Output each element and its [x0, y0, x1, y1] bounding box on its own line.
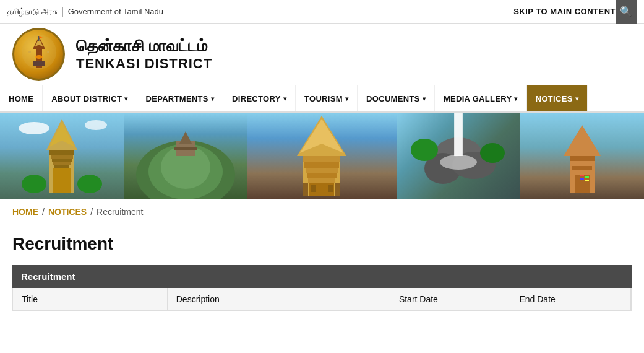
nav-documents[interactable]: DOCUMENTS ▾ — [358, 85, 435, 111]
svg-rect-33 — [307, 173, 337, 178]
col-header-start-date: Start Date — [390, 288, 511, 310]
banner-panel-4 — [397, 113, 520, 199]
nav-directory[interactable]: DIRECTORY ▾ — [223, 85, 296, 111]
nav-departments-label: DEPARTMENTS — [146, 94, 208, 103]
page-title-section: Recruitment — [0, 224, 644, 259]
search-button[interactable]: 🔍 — [616, 0, 637, 24]
svg-point-21 — [85, 120, 107, 130]
svg-rect-37 — [328, 185, 333, 192]
col-header-end-date: End Date — [510, 288, 631, 310]
breadcrumb: HOME / NOTICES / Recruitment — [0, 199, 644, 224]
nav-home[interactable]: HOME — [0, 85, 43, 111]
breadcrumb-separator-1: / — [42, 207, 45, 217]
hero-banner — [0, 113, 644, 199]
logo-svg — [20, 33, 58, 71]
svg-rect-17 — [54, 165, 69, 168]
nav-documents-label: DOCUMENTS — [366, 94, 419, 103]
svg-rect-49 — [570, 156, 595, 161]
svg-point-46 — [411, 139, 438, 161]
page-title: Recruitment — [12, 234, 113, 254]
banner-panel-3 — [247, 113, 396, 199]
svg-rect-32 — [306, 168, 338, 173]
svg-rect-16 — [53, 162, 71, 165]
top-bar: தமிழ்நாடு அரசு Government of Tamil Nadu … — [0, 0, 644, 24]
chevron-down-icon: ▾ — [211, 95, 214, 102]
svg-point-7 — [28, 51, 31, 53]
logo — [12, 28, 65, 81]
svg-rect-54 — [580, 175, 584, 176]
chevron-down-icon: ▾ — [283, 95, 286, 102]
svg-rect-56 — [580, 178, 584, 180]
svg-point-19 — [77, 175, 102, 193]
banner-panel-2 — [124, 113, 247, 199]
english-govt-label: Government of Tamil Nadu — [68, 7, 163, 16]
tamil-govt-label: தமிழ்நாடு அரசு — [7, 7, 58, 17]
svg-rect-44 — [455, 113, 462, 156]
nav-about-label: ABOUT DISTRICT — [51, 94, 122, 103]
nav-media-gallery[interactable]: MEDIA GALLERY ▾ — [435, 85, 527, 111]
svg-point-20 — [19, 122, 49, 134]
logo-emblem — [20, 33, 58, 75]
recruitment-table-section: Recruitment Title Description Start Date… — [12, 265, 632, 311]
chevron-down-icon: ▾ — [345, 95, 348, 102]
svg-rect-14 — [51, 155, 73, 159]
svg-rect-31 — [304, 162, 339, 168]
nav-tourism[interactable]: TOURISM ▾ — [296, 85, 358, 111]
nav-directory-label: DIRECTORY — [232, 94, 281, 103]
svg-rect-27 — [174, 147, 197, 150]
svg-rect-38 — [303, 183, 308, 196]
breadcrumb-current-page: Recruitment — [97, 207, 143, 217]
chevron-down-icon: ▾ — [575, 95, 578, 102]
svg-rect-55 — [585, 176, 589, 178]
svg-rect-34 — [308, 178, 335, 183]
banner-panel-5 — [520, 113, 644, 199]
main-nav: HOME ABOUT DISTRICT ▾ DEPARTMENTS ▾ DIRE… — [0, 85, 644, 113]
breadcrumb-notices-link[interactable]: NOTICES — [48, 207, 87, 217]
nav-about-district[interactable]: ABOUT DISTRICT ▾ — [43, 85, 137, 111]
skip-to-content-link[interactable]: SKIP TO MAIN CONTENT — [513, 7, 616, 16]
table-section-header: Recruitment — [12, 265, 632, 288]
nav-tourism-label: TOURISM — [304, 94, 343, 103]
svg-rect-57 — [585, 180, 589, 181]
district-name-english: TENKASI DISTRICT — [76, 56, 212, 72]
svg-rect-50 — [571, 161, 593, 166]
svg-point-45 — [440, 155, 477, 170]
svg-rect-51 — [572, 166, 592, 170]
svg-rect-52 — [573, 170, 591, 175]
divider — [62, 7, 63, 17]
svg-rect-4 — [38, 36, 40, 41]
header-text-group: தென்காசி மாவட்டம் TENKASI DISTRICT — [76, 37, 212, 72]
col-header-title: Title — [13, 288, 168, 310]
svg-point-6 — [35, 55, 43, 59]
nav-departments[interactable]: DEPARTMENTS ▾ — [137, 85, 224, 111]
svg-rect-13 — [49, 150, 74, 155]
svg-rect-39 — [335, 183, 340, 196]
svg-rect-30 — [303, 156, 340, 162]
banner-panel-1 — [0, 113, 124, 199]
svg-point-18 — [22, 175, 46, 193]
svg-point-8 — [47, 51, 49, 53]
chevron-down-icon: ▾ — [124, 95, 127, 102]
nav-notices-label: NOTICES — [536, 94, 573, 103]
site-header: தென்காசி மாவட்டம் TENKASI DISTRICT — [0, 24, 644, 85]
chevron-down-icon: ▾ — [423, 95, 426, 102]
table-column-headers: Title Description Start Date End Date — [12, 288, 632, 311]
breadcrumb-home-link[interactable]: HOME — [12, 207, 38, 217]
chevron-down-icon: ▾ — [514, 95, 517, 102]
col-header-description: Description — [168, 288, 390, 310]
govt-label-group: தமிழ்நாடு அரசு Government of Tamil Nadu — [7, 7, 163, 17]
svg-point-47 — [480, 143, 505, 163]
search-icon: 🔍 — [620, 6, 632, 17]
nav-notices[interactable]: NOTICES ▾ — [527, 85, 588, 111]
nav-home-label: HOME — [9, 94, 33, 103]
svg-rect-36 — [311, 185, 316, 192]
nav-media-label: MEDIA GALLERY — [444, 94, 512, 103]
breadcrumb-separator-2: / — [90, 207, 93, 217]
svg-rect-12 — [53, 168, 71, 193]
district-name-tamil: தென்காசி மாவட்டம் — [76, 37, 212, 56]
svg-marker-26 — [179, 131, 192, 144]
svg-rect-15 — [52, 159, 72, 162]
svg-rect-3 — [33, 61, 45, 66]
